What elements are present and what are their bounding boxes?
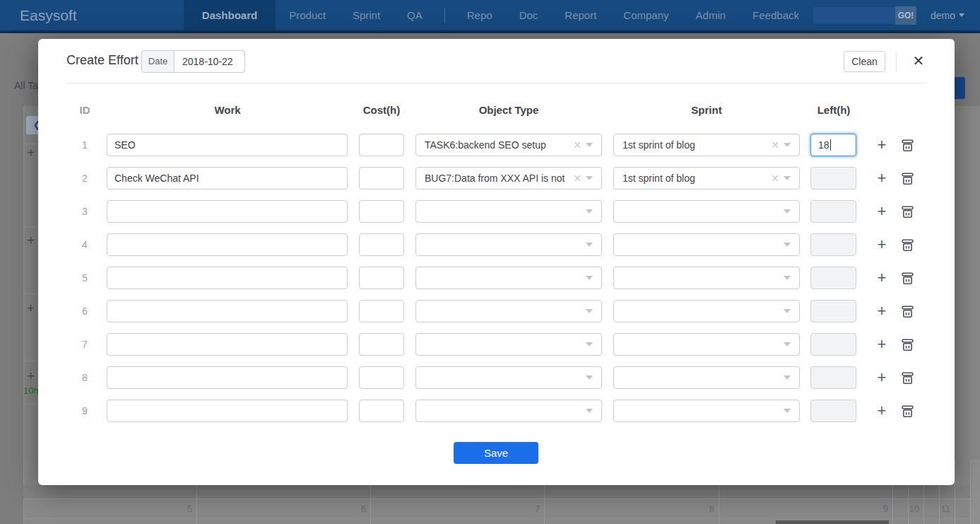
left-hours-input[interactable] <box>810 200 856 223</box>
cost-input[interactable] <box>359 366 404 389</box>
object-type-select[interactable] <box>415 300 602 322</box>
add-row-button[interactable]: + <box>873 368 891 388</box>
work-input[interactable] <box>107 167 348 190</box>
work-input[interactable] <box>107 300 348 322</box>
nav-item-product[interactable]: Product <box>276 0 339 30</box>
work-input[interactable] <box>107 267 348 289</box>
column-header-objecttype: Object Type <box>479 104 539 116</box>
sprint-select[interactable] <box>613 400 800 422</box>
chevron-down-icon <box>586 243 593 247</box>
cost-input[interactable] <box>359 300 404 322</box>
add-row-button[interactable]: + <box>873 235 891 255</box>
clear-icon[interactable]: ✕ <box>767 173 784 184</box>
left-hours-input[interactable] <box>810 366 856 389</box>
left-hours-input[interactable] <box>810 233 856 256</box>
sprint-select[interactable] <box>613 233 800 256</box>
object-type-select[interactable] <box>415 366 602 389</box>
sprint-select[interactable]: 1st sprint of blog✕ <box>613 167 800 190</box>
cost-input[interactable] <box>359 167 404 190</box>
nav-item-repo[interactable]: Repo <box>454 0 506 30</box>
save-button[interactable]: Save <box>454 442 538 464</box>
cost-input[interactable] <box>359 233 404 256</box>
chevron-down-icon <box>586 409 593 413</box>
object-type-select[interactable]: TASK6:backend SEO setup✕ <box>415 134 602 156</box>
object-type-select[interactable] <box>415 400 602 422</box>
sprint-select[interactable] <box>613 333 800 356</box>
delete-row-button[interactable] <box>898 402 916 421</box>
date-label: Date <box>141 50 175 73</box>
delete-row-button[interactable] <box>898 236 916 255</box>
delete-row-button[interactable] <box>898 369 916 388</box>
object-type-select[interactable] <box>415 333 602 356</box>
delete-row-button[interactable] <box>898 203 916 221</box>
nav-item-company[interactable]: Company <box>610 0 682 30</box>
nav-item-sprint[interactable]: Sprint <box>339 0 394 30</box>
sprint-select[interactable] <box>613 200 800 223</box>
left-hours-input[interactable] <box>810 400 856 422</box>
cost-input[interactable] <box>359 333 404 356</box>
background-grid-column <box>971 460 980 524</box>
delete-row-button[interactable] <box>898 170 916 188</box>
sprint-select[interactable] <box>613 300 800 322</box>
object-type-select[interactable]: BUG7:Data from XXX API is not✕ <box>415 167 602 190</box>
clean-button[interactable]: Clean <box>844 51 885 72</box>
left-hours-input[interactable] <box>810 167 856 190</box>
object-type-select[interactable] <box>415 233 602 256</box>
nav-item-qa[interactable]: QA <box>394 0 436 30</box>
work-input[interactable] <box>107 333 348 356</box>
add-row-button[interactable]: + <box>873 268 891 288</box>
add-row-button[interactable]: + <box>873 135 891 155</box>
cost-input[interactable] <box>359 400 404 422</box>
text-cursor <box>830 139 831 151</box>
sprint-value: 1st sprint of blog <box>614 173 767 184</box>
date-input[interactable]: 2018-10-22 <box>175 50 245 73</box>
delete-row-button[interactable] <box>898 269 916 288</box>
cost-input[interactable] <box>359 267 404 289</box>
add-row-button[interactable]: + <box>873 168 891 188</box>
clear-icon[interactable]: ✕ <box>569 173 586 184</box>
row-id: 3 <box>68 200 102 223</box>
brand-logo[interactable]: Easysoft <box>0 0 184 30</box>
work-input[interactable] <box>107 200 348 223</box>
add-row-button[interactable]: + <box>873 334 891 354</box>
left-hours-input[interactable] <box>810 333 856 356</box>
cost-input[interactable] <box>359 134 404 156</box>
nav-item-admin[interactable]: Admin <box>683 0 740 30</box>
effort-row: 1TASK6:backend SEO setup✕1st sprint of b… <box>38 134 955 156</box>
search-go-button[interactable]: GO! <box>895 6 916 25</box>
object-type-select[interactable] <box>415 267 602 289</box>
cost-input[interactable] <box>359 200 404 223</box>
background-dark-strip <box>776 520 889 524</box>
left-hours-input[interactable]: 18 <box>810 134 856 156</box>
work-input[interactable] <box>107 134 348 156</box>
clear-icon[interactable]: ✕ <box>569 139 586 151</box>
clear-icon[interactable]: ✕ <box>767 139 784 151</box>
sprint-select[interactable] <box>613 267 800 289</box>
work-input[interactable] <box>107 366 348 389</box>
delete-row-button[interactable] <box>898 136 916 155</box>
column-header-lefth: Left(h) <box>817 104 851 116</box>
left-hours-input[interactable] <box>810 267 856 289</box>
sprint-select[interactable] <box>613 366 800 389</box>
work-input[interactable] <box>107 400 348 422</box>
search-input[interactable] <box>813 6 895 25</box>
left-hours-input[interactable] <box>810 300 856 322</box>
user-menu[interactable]: demo <box>931 10 964 21</box>
object-type-select[interactable] <box>415 200 602 223</box>
sprint-select[interactable]: 1st sprint of blog✕ <box>613 134 800 156</box>
close-icon[interactable]: ✕ <box>909 51 928 71</box>
axis-day-number: 10 <box>884 503 919 514</box>
nav-item-report[interactable]: Report <box>551 0 610 30</box>
work-input[interactable] <box>107 233 348 256</box>
add-row-button[interactable]: + <box>873 401 891 421</box>
add-row-button[interactable]: + <box>873 301 891 321</box>
add-row-button[interactable]: + <box>873 202 891 221</box>
chevron-down-icon <box>586 309 593 313</box>
main-nav: DashboardProductSprintQARepoDocReportCom… <box>184 0 813 30</box>
nav-item-doc[interactable]: Doc <box>506 0 552 30</box>
delete-row-button[interactable] <box>898 303 916 321</box>
axis-day-number: 9 <box>853 503 888 514</box>
delete-row-button[interactable] <box>898 336 916 354</box>
nav-item-feedback[interactable]: Feedback <box>739 0 813 30</box>
nav-item-dashboard[interactable]: Dashboard <box>184 0 276 30</box>
